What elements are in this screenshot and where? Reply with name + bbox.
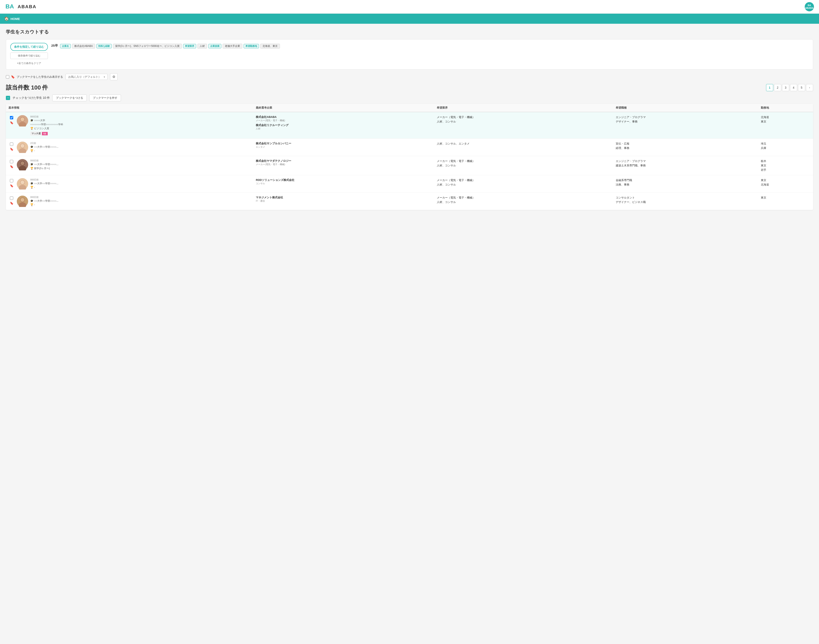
- td-company-5: マネジメント株式会社 IT・通信: [253, 193, 434, 210]
- student-info-4: 000日前 🎓 ○○大学○○学部○○○○... 🏆 -: [30, 178, 58, 189]
- company-type-4a: コンサル: [256, 182, 432, 185]
- results-prefix: 該当件数: [6, 84, 31, 91]
- location-text-3: 栃木東京岩手: [761, 159, 811, 172]
- td-industry-4: メーカー（電気・電子・機械）人材、コンサル: [434, 175, 613, 193]
- table-row: 🔖 000日前 🎓 ○○大学○○学部○○: [6, 193, 813, 210]
- settings-button[interactable]: ⚙: [110, 73, 118, 80]
- td-company-1: 株式会社ABABA メーカー(電気・電子・機械) 株式会社リクルーティング 人材: [253, 112, 434, 139]
- company-name-3a: 株式会社ヤマダテクノロジー: [256, 159, 432, 163]
- td-basic-4: 🔖 000日前 🎓 ○○大学○○学部○○: [6, 175, 253, 193]
- table-row: 🔖 000日前 🎓 ○○大学○○学部○○: [6, 156, 813, 175]
- home-icon: 🏠: [4, 16, 9, 21]
- check-area-5: 🔖: [8, 196, 15, 205]
- filter-buttons: 条件を指定して絞り込む 保存条件で絞り込む ×全ての条件をクリア: [10, 43, 48, 66]
- row-checkbox-3[interactable]: [10, 160, 13, 163]
- bookmark-add-button[interactable]: ブックマークをつける: [52, 95, 87, 101]
- job-text-2: 宣伝・広報経理、事務: [616, 142, 756, 150]
- nav-home-item[interactable]: 🏠 HOME: [4, 16, 20, 21]
- col-header-industry: 希望業界: [434, 104, 613, 112]
- check-area-3: 🔖: [8, 159, 15, 168]
- row-checkbox-5[interactable]: [10, 196, 13, 200]
- student-dept-1: ○○○○○○○学部○○○○○○○○学科: [30, 123, 63, 126]
- page-btn-4[interactable]: 4: [790, 84, 797, 91]
- td-basic-1: 🔖 000日前 🎓 ○○○○大学: [6, 112, 253, 139]
- company-type-3a: メーカー(電気・電子・機械): [256, 163, 432, 166]
- bookmark-toggle-3[interactable]: 🔖: [10, 165, 14, 168]
- logo: BA ABABA: [5, 3, 36, 11]
- td-location-3: 栃木東京岩手: [758, 156, 813, 175]
- filter-primary-button[interactable]: 条件を指定して絞り込む: [10, 43, 48, 51]
- filter-secondary-button[interactable]: 保存条件で絞り込む: [10, 52, 48, 59]
- bookmark-toggle-5[interactable]: 🔖: [10, 201, 14, 205]
- header: BA ABABA BAABABA: [0, 0, 819, 14]
- deselect-icon[interactable]: －: [6, 96, 10, 100]
- td-basic-3: 🔖 000日前 🎓 ○○大学○○学部○○: [6, 156, 253, 175]
- check-area-2: 🔖: [8, 142, 15, 151]
- student-univ-1: 🎓 ○○○○大学: [30, 119, 63, 122]
- student-info-3: 000日前 🎓 ○○大学○○学部○○○○... 🏆 留学(3ヶ月〜): [30, 159, 58, 170]
- student-days-1: 000日前: [30, 115, 63, 118]
- student-info-5: 000日前 🎓 ○○大学○○学部○○○○... 🏆 -: [30, 196, 58, 206]
- check-area-4: 🔖: [8, 178, 15, 187]
- student-table: 基本情報 最終選考企業 希望業界 希望職種 勤務地 🔖: [6, 104, 813, 210]
- td-basic-5: 🔖 000日前 🎓 ○○大学○○学部○○: [6, 193, 253, 210]
- job-text-3: エンジニア・プログラマ建築土木系専門職、事務: [616, 159, 756, 168]
- td-industry-3: メーカー（電気・電子・機械）人材、コンサル: [434, 156, 613, 175]
- page-btn-2[interactable]: 2: [774, 84, 781, 91]
- td-industry-5: メーカー（電気・電子・機械）人材、コンサル: [434, 193, 613, 210]
- page-btn-next[interactable]: ›: [806, 84, 813, 91]
- td-job-1: エンジニア・プログラマデザイナー、事務: [613, 112, 758, 139]
- student-avatar-1: [17, 115, 28, 126]
- row-checkbox-4[interactable]: [10, 179, 13, 182]
- bookmark-filter-label[interactable]: 🔖 ブックマークをした学生のみ表示する: [6, 75, 63, 79]
- results-suffix: 件: [42, 84, 48, 91]
- bulk-action-row: － チェックをつけた学生 10 件 ブックマークをつける ブックマークを外す: [6, 95, 813, 101]
- td-industry-1: メーカー（電気・電子・機械）人材、コンサル: [434, 112, 613, 139]
- student-award-3: 🏆 留学(3ヶ月〜): [30, 167, 58, 170]
- check-area-1: 🔖: [8, 115, 15, 124]
- gear-icon: ⚙: [112, 75, 115, 78]
- td-location-2: 埼玉兵庫: [758, 139, 813, 156]
- td-job-5: コンサルタントデザイナー、ビジネス職: [613, 193, 758, 210]
- filter-clear-button[interactable]: ×全ての条件をクリア: [10, 61, 48, 66]
- svg-point-5: [21, 118, 24, 121]
- page-btn-1[interactable]: 1: [766, 84, 773, 91]
- bookmark-remove-button[interactable]: ブックマークを外す: [89, 95, 121, 101]
- favorite-dropdown[interactable]: お気に入り（デフォルト）: [66, 74, 107, 80]
- results-count: 該当件数 100 件: [6, 84, 48, 92]
- td-job-2: 宣伝・広報経理、事務: [613, 139, 758, 156]
- tag-value-industry: 人材: [197, 44, 207, 49]
- bookmark-toggle-4[interactable]: 🔖: [10, 184, 14, 187]
- pagination: 1 2 3 4 5 ›: [766, 84, 813, 91]
- results-number: 100: [31, 84, 41, 91]
- col-header-job: 希望職種: [613, 104, 758, 112]
- td-location-4: 東京北海道: [758, 175, 813, 193]
- bookmark-filter-checkbox[interactable]: [6, 75, 9, 78]
- industry-text-4: メーカー（電気・電子・機械）人材、コンサル: [437, 178, 611, 187]
- industry-text-2: 人材、コンサル、エンタメ: [437, 142, 611, 146]
- svg-point-9: [21, 144, 24, 148]
- student-univ-2: 🎓 ○○大学○○学部○○○○...: [30, 145, 58, 149]
- page-btn-5[interactable]: 5: [798, 84, 805, 91]
- row-checkbox-2[interactable]: [10, 143, 13, 146]
- main-content: 学生をスカウトする 条件を指定して絞り込む 保存条件で絞り込む ×全ての条件をク…: [0, 24, 819, 644]
- student-univ-3: 🎓 ○○大学○○学部○○○○...: [30, 163, 58, 166]
- industry-text-5: メーカー（電気・電子・機械）人材、コンサル: [437, 196, 611, 204]
- student-days-4: 000日前: [30, 178, 58, 181]
- row-checkbox-1[interactable]: [10, 116, 13, 120]
- col-header-company: 最終選考企業: [253, 104, 434, 112]
- tag-label-company: 企業名: [60, 44, 71, 48]
- match-label-1: マッチ度: [30, 132, 42, 135]
- page-btn-3[interactable]: 3: [782, 84, 789, 91]
- user-avatar[interactable]: BAABABA: [805, 2, 814, 11]
- student-avatar-3: [17, 159, 28, 170]
- company-type-1a: メーカー(電気・電子・機械): [256, 119, 432, 122]
- company-type-5a: IT・通信: [256, 199, 432, 202]
- filter-tags-container: 25卒 企業名 株式会社ABABA 特殊な経験 留学(3ヶ月〜)、SNSフォロワ…: [51, 43, 809, 50]
- bookmark-toggle-1[interactable]: 🔖: [10, 121, 14, 124]
- job-text-1: エンジニア・プログラマデザイナー、事務: [616, 115, 756, 124]
- bookmark-filter-text: ブックマークをした学生のみ表示する: [17, 75, 63, 79]
- bookmark-toggle-2[interactable]: 🔖: [10, 147, 14, 151]
- table-row: 🔖 2日前 🎓 ○○大学○○学部○○○○: [6, 139, 813, 156]
- student-univ-5: 🎓 ○○大学○○学部○○○○...: [30, 199, 58, 203]
